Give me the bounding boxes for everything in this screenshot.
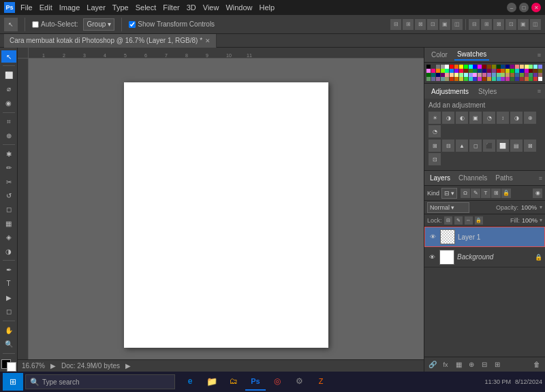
group-dropdown[interactable]: Group ▾ <box>83 18 114 31</box>
align-icon-6[interactable]: ◫ <box>452 19 463 30</box>
maximize-button[interactable]: □ <box>519 3 529 12</box>
layers-panel-collapse-icon[interactable]: ≡ <box>539 175 542 182</box>
menu-file[interactable]: File <box>20 3 33 12</box>
layer-row-background[interactable]: 👁 Background 🔒 <box>424 247 545 267</box>
background-color[interactable] <box>7 362 16 372</box>
layers-new-icon[interactable]: ⊞ <box>492 359 503 370</box>
tool-color-swatches[interactable] <box>1 359 16 372</box>
tool-history-brush[interactable]: ↺ <box>1 189 16 201</box>
adj-panel-collapse-icon[interactable]: ≡ <box>538 88 541 95</box>
layer-filter-toggle[interactable]: ◉ <box>533 189 542 198</box>
tool-pen[interactable]: ✒ <box>1 263 16 276</box>
tool-clone[interactable]: ✂ <box>1 176 16 188</box>
layer-filter-icon-4[interactable]: ⊞ <box>491 189 501 198</box>
layers-delete-icon[interactable]: 🗑 <box>531 359 542 370</box>
layer-filter-icon-5[interactable]: 🔒 <box>501 189 511 198</box>
tool-blur[interactable]: ◈ <box>1 231 16 244</box>
document-tab-close-icon[interactable]: ✕ <box>205 37 211 44</box>
menu-layer[interactable]: Layer <box>87 3 106 12</box>
layers-fx-icon[interactable]: fx <box>440 359 451 370</box>
tool-path-select[interactable]: ▶ <box>1 291 16 304</box>
align-icon-5[interactable]: ▣ <box>439 19 450 30</box>
layers-link-icon[interactable]: 🔗 <box>427 359 438 370</box>
taskbar-app-edge[interactable]: e <box>180 373 200 391</box>
adj-threshold[interactable]: ⬛ <box>483 140 495 152</box>
minimize-button[interactable]: – <box>507 3 516 12</box>
taskbar-app-photoshop[interactable]: Ps <box>245 373 266 391</box>
auto-select-checkbox[interactable] <box>32 21 39 28</box>
lock-icon-4[interactable]: 🔒 <box>475 216 483 225</box>
adj-curves[interactable]: ◐ <box>456 112 468 124</box>
adj-icon-8[interactable]: ⊠ <box>524 140 536 152</box>
lock-icon-2[interactable]: ✎ <box>454 216 463 225</box>
taskbar-app-7[interactable]: Z <box>311 373 331 391</box>
tool-eyedropper[interactable]: ⊕ <box>1 129 16 142</box>
adj-icon-9[interactable]: ⊡ <box>429 153 441 165</box>
swatch-cell[interactable] <box>538 77 542 81</box>
adj-gradient-map[interactable]: ⬜ <box>497 140 509 152</box>
adj-channel-mixer[interactable]: ⊞ <box>429 140 441 152</box>
tool-gradient[interactable]: ▦ <box>1 217 16 229</box>
menu-window[interactable]: Window <box>225 3 252 12</box>
align-icon-4[interactable]: ⊡ <box>427 19 438 30</box>
menu-help[interactable]: Help <box>260 3 275 12</box>
tool-hand[interactable]: ✋ <box>1 324 16 336</box>
adj-levels[interactable]: ◑ <box>442 112 454 124</box>
background-visibility-icon[interactable]: 👁 <box>427 252 437 262</box>
start-button[interactable]: ⊞ <box>3 373 23 391</box>
swatch-cell[interactable] <box>533 77 538 81</box>
swatch-cell[interactable] <box>445 77 449 81</box>
tool-dodge[interactable]: ◑ <box>1 245 16 257</box>
swatch-cell[interactable] <box>482 77 486 81</box>
menu-view[interactable]: View <box>203 3 219 12</box>
swatch-cell[interactable] <box>487 77 491 81</box>
taskbar-app-explorer[interactable]: 🗂 <box>223 373 244 391</box>
adj-selective-color[interactable]: ▤ <box>510 140 523 152</box>
adj-bw[interactable]: ⊕ <box>524 112 536 124</box>
menu-edit[interactable]: Edit <box>40 3 52 12</box>
tab-color[interactable]: Color <box>429 50 450 60</box>
menu-select[interactable]: Select <box>136 3 157 12</box>
adj-photo-filter[interactable]: ◔ <box>429 125 441 137</box>
tool-quick-select[interactable]: ◉ <box>1 97 16 109</box>
layers-mask-icon[interactable]: ▦ <box>453 359 464 370</box>
swatch-cell[interactable] <box>497 77 501 81</box>
menu-filter[interactable]: Filter <box>163 3 179 12</box>
adj-brightness[interactable]: ☀ <box>429 112 441 124</box>
dist-icon-5[interactable]: ▣ <box>518 19 529 30</box>
swatch-cell[interactable] <box>450 77 454 81</box>
dist-icon-6[interactable]: ◫ <box>530 19 541 30</box>
layers-kind-dropdown[interactable]: ⊟▾ <box>441 188 457 199</box>
tool-brush[interactable]: ✏ <box>1 161 16 174</box>
opacity-value[interactable]: 100% <box>521 204 537 211</box>
swatch-cell[interactable] <box>469 77 473 81</box>
swatch-cell[interactable] <box>473 77 477 81</box>
tab-adjustments[interactable]: Adjustments <box>429 86 471 97</box>
tool-healing[interactable]: ✱ <box>1 148 16 160</box>
tab-paths[interactable]: Paths <box>493 173 516 183</box>
layer-filter-icon-3[interactable]: T <box>481 189 490 198</box>
document-canvas[interactable] <box>124 82 328 348</box>
tool-move[interactable]: ↖ <box>1 50 16 63</box>
taskbar-app-6[interactable]: ⚙ <box>289 373 309 391</box>
adj-color-lookup[interactable]: ⊟ <box>442 140 454 152</box>
swatch-cell[interactable] <box>525 77 529 81</box>
dist-icon-4[interactable]: ⊡ <box>505 19 516 30</box>
menu-image[interactable]: Image <box>59 3 80 12</box>
auto-select-option[interactable]: Auto-Select: <box>32 20 78 28</box>
swatch-cell[interactable] <box>529 77 533 81</box>
align-icon-2[interactable]: ⊞ <box>403 19 414 30</box>
swatch-cell[interactable] <box>510 77 514 81</box>
swatch-cell[interactable] <box>505 77 510 81</box>
swatch-cell[interactable] <box>515 77 519 81</box>
tool-eraser[interactable]: ◻ <box>1 203 16 216</box>
adj-exposure[interactable]: ▣ <box>469 112 482 124</box>
layers-group-icon[interactable]: ⊟ <box>479 359 490 370</box>
adj-posterize[interactable]: ◻ <box>469 140 482 152</box>
dist-icon-1[interactable]: ⊟ <box>469 19 480 30</box>
layer-row-layer1[interactable]: 👁 Layer 1 <box>424 227 545 247</box>
swatch-cell[interactable] <box>459 77 463 81</box>
canvas-area[interactable]: 1 2 3 4 5 6 7 8 9 10 11 16.67% ▶ Doc: 24… <box>18 48 424 372</box>
adj-hsl[interactable]: ↕ <box>497 112 509 124</box>
tool-shape[interactable]: ◻ <box>1 306 16 318</box>
